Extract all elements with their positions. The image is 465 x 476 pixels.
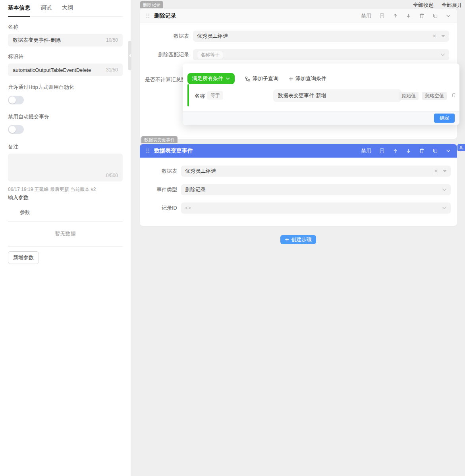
condition-value-input[interactable]: 数据表变更事件-新增 — [273, 89, 401, 102]
caret-down-icon[interactable] — [443, 170, 447, 172]
delete-step-icon[interactable] — [419, 13, 424, 19]
tab-debug[interactable]: 调试 — [41, 4, 52, 16]
params-column-header: 参数 — [20, 209, 30, 216]
chevron-down-icon[interactable] — [442, 206, 447, 210]
delete-condition-icon[interactable] — [451, 93, 456, 98]
chevron-down-icon[interactable] — [442, 188, 447, 191]
condition-operator-chip[interactable]: 等于 — [207, 91, 223, 100]
automation-canvas: 全部收起 全部展开 删除记录 删除记录 禁用 数据表 优秀员工评选 — [131, 0, 465, 476]
add-subquery-label: 添加子查询 — [253, 75, 278, 82]
create-step-button[interactable]: 创建步骤 — [280, 235, 316, 244]
move-up-icon[interactable] — [393, 148, 398, 154]
input-params-title: 输入参数 — [8, 194, 123, 201]
step-title: 数据表变更事件 — [154, 147, 193, 154]
condition-value: 数据表变更事件-新增 — [278, 92, 326, 99]
plus-icon — [285, 237, 289, 242]
add-param-button[interactable]: 新增参数 — [8, 251, 39, 264]
collapse-step-icon[interactable] — [446, 149, 451, 152]
disable-step-button[interactable]: 禁用 — [361, 12, 371, 19]
drag-handle-icon[interactable] — [146, 148, 150, 154]
note-icon[interactable] — [379, 148, 385, 154]
copy-step-icon[interactable] — [432, 13, 438, 19]
disable-step-button[interactable]: 禁用 — [361, 147, 371, 154]
chevron-down-icon[interactable] — [440, 53, 445, 56]
record-id-label: 记录ID — [140, 204, 177, 212]
toggle-knob — [9, 96, 16, 104]
step-card-table-event: 数据表变更事件 禁用 数据表 优秀员工评选 ✕ 事件类型 删除记录 — [140, 144, 457, 226]
name-label: 名称 — [8, 23, 123, 31]
caret-down-icon[interactable] — [441, 35, 445, 37]
condition-field-name[interactable]: 名称 — [195, 93, 205, 100]
remark-label: 备注 — [8, 143, 123, 150]
collaborator-button[interactable] — [457, 144, 465, 151]
raw-value-chip[interactable]: 原始值 — [399, 92, 419, 100]
divider — [8, 246, 123, 247]
condition-group-accent — [187, 84, 189, 106]
plus-icon — [289, 77, 293, 81]
filter-condition-popup: 满足所有条件 添加子查询 添加查询条件 名称 等于 数据表变更事件-新增 原始值… — [183, 64, 459, 125]
canvas-topbar: 全部收起 全部展开 — [413, 2, 462, 9]
conjunction-label: 满足所有条件 — [192, 75, 223, 82]
formula-icon: <> — [185, 205, 191, 211]
datasheet-row: 数据表 优秀员工评选 ✕ — [140, 31, 449, 42]
transaction-toggle[interactable] — [8, 125, 24, 134]
move-up-icon[interactable] — [393, 13, 398, 18]
datasheet-label: 数据表 — [140, 168, 177, 175]
collapse-arrow-icon — [129, 54, 131, 57]
add-condition-label: 添加查询条件 — [295, 75, 326, 82]
remark-counter: 0/500 — [106, 173, 118, 178]
clear-icon[interactable]: ✕ — [432, 33, 436, 39]
step-actions: 禁用 — [361, 12, 451, 19]
identifier-label: 标识符 — [8, 53, 123, 60]
conjunction-dropdown[interactable]: 满足所有条件 — [187, 73, 235, 84]
step-card-header: 数据表变更事件 禁用 — [140, 144, 457, 158]
datasheet-row: 数据表 优秀员工评选 ✕ — [140, 166, 451, 177]
empty-data-text: 暂无数据 — [8, 222, 123, 246]
tab-basic-info[interactable]: 基本信息 — [8, 4, 30, 17]
toggle-knob — [9, 126, 16, 133]
person-icon — [459, 145, 464, 150]
confirm-button[interactable]: 确定 — [434, 114, 455, 123]
step-type-tag: 数据表变更事件 — [141, 136, 178, 143]
match-record-row: 删除匹配记录 名称等于 — [140, 49, 449, 60]
http-toggle[interactable] — [8, 96, 24, 104]
add-condition-button[interactable]: 添加查询条件 — [289, 75, 326, 82]
remark-textarea[interactable]: 0/500 — [8, 154, 123, 181]
name-counter: 10/50 — [106, 37, 118, 43]
match-record-select[interactable]: 名称等于 — [193, 49, 449, 60]
copy-step-icon[interactable] — [432, 148, 438, 154]
http-toggle-label: 允许通过Http方式调用自动化 — [8, 84, 123, 91]
collapse-all-link[interactable]: 全部收起 — [413, 2, 434, 9]
match-condition-chip: 名称等于 — [197, 51, 223, 59]
event-type-label: 事件类型 — [140, 186, 177, 193]
delete-step-icon[interactable] — [419, 148, 424, 154]
expand-all-link[interactable]: 全部展开 — [442, 2, 462, 9]
datasheet-select[interactable]: 优秀员工评选 ✕ — [193, 31, 449, 42]
tab-outline[interactable]: 大纲 — [62, 4, 73, 16]
step-actions: 禁用 — [361, 147, 451, 154]
sidebar-collapse-handle[interactable] — [128, 41, 131, 70]
step-card-header: 删除记录 禁用 — [140, 9, 457, 23]
condition-options: 原始值 忽略空值 — [399, 92, 447, 100]
collapse-step-icon[interactable] — [446, 14, 451, 17]
identifier-input[interactable]: automaticOutputTableEventDelete 31/50 — [8, 64, 123, 76]
rollup-label: 是否不计算汇总数 — [145, 76, 183, 83]
match-record-label: 删除匹配记录 — [140, 51, 189, 58]
note-icon[interactable] — [379, 13, 385, 19]
event-type-select[interactable]: 删除记录 — [181, 184, 451, 195]
event-type-value: 删除记录 — [185, 186, 442, 193]
create-step-label: 创建步骤 — [291, 236, 312, 243]
clear-icon[interactable]: ✕ — [434, 168, 438, 174]
record-id-input[interactable]: <> — [181, 202, 451, 214]
chevron-down-icon — [226, 77, 230, 80]
datasheet-select[interactable]: 优秀员工评选 ✕ — [181, 166, 451, 177]
identifier-counter: 31/50 — [106, 67, 118, 73]
move-down-icon[interactable] — [406, 148, 411, 154]
add-subquery-button[interactable]: 添加子查询 — [245, 75, 278, 82]
name-value: 数据表变更事件-删除 — [13, 37, 103, 44]
name-input[interactable]: 数据表变更事件-删除 10/50 — [8, 34, 123, 46]
step-type-tag: 删除记录 — [140, 1, 163, 8]
drag-handle-icon[interactable] — [146, 13, 150, 19]
ignore-empty-chip[interactable]: 忽略空值 — [422, 92, 447, 100]
move-down-icon[interactable] — [406, 13, 411, 18]
